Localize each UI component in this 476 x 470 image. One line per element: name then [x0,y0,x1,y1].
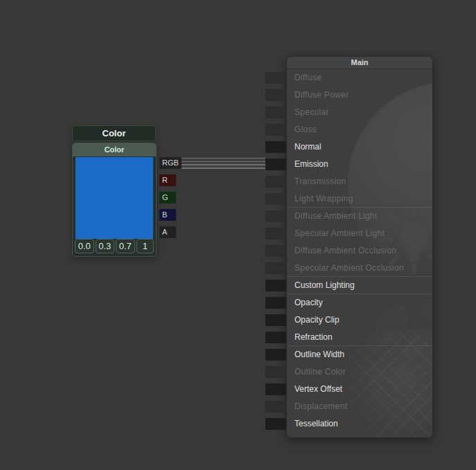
input-port-wrap-opacity [265,294,286,311]
main-input-specular-ambient-light[interactable]: Specular Ambient Light [287,225,432,242]
main-input-normal[interactable]: Normal [287,138,432,156]
main-input-specular[interactable]: Specular [287,104,432,121]
main-input-emission[interactable]: Emission [287,156,432,173]
input-port-diffuse-ambient-occlusion[interactable] [265,245,286,257]
input-port-wrap-vertex-offset [265,381,286,398]
main-input-custom-lighting[interactable]: Custom Lighting [287,277,432,294]
input-port-wrap-emission [265,156,286,173]
input-port-wrap-displacement [265,398,286,415]
input-port-diffuse-power[interactable] [265,89,286,101]
main-node[interactable]: Main DiffuseDiffuse PowerSpecularGlossNo… [286,56,433,438]
output-port-a[interactable]: A [159,226,176,238]
input-port-refraction[interactable] [265,332,286,343]
color-node-title[interactable]: Color [72,125,156,141]
color-value-field-2[interactable]: 0.7 [116,239,135,253]
color-node[interactable]: Color 0.00.30.71 [72,143,157,257]
input-port-diffuse-ambient-light[interactable] [265,210,286,222]
main-input-ports [265,69,286,433]
output-port-r[interactable]: R [159,174,176,186]
input-port-wrap-light-wrapping [265,190,286,208]
main-input-outline-width[interactable]: Outline Width [287,346,432,363]
output-port-b[interactable]: B [159,209,176,221]
input-port-light-wrapping[interactable] [265,193,286,205]
input-port-normal[interactable] [265,141,286,153]
color-outputs: RGBRGBA [159,157,182,238]
input-port-wrap-outline-color [265,363,286,381]
main-node-header[interactable]: Main [287,57,432,69]
connection-wire-rgb-to-emission[interactable] [179,158,265,169]
input-port-wrap-diffuse-power [265,87,286,104]
main-input-diffuse-ambient-occlusion[interactable]: Diffuse Ambient Occlusion [287,242,432,260]
main-input-opacity-clip[interactable]: Opacity Clip [287,311,432,329]
input-port-wrap-gloss [265,121,286,138]
input-port-wrap-outline-width [265,346,286,363]
main-input-refraction[interactable]: Refraction [287,329,432,346]
input-port-specular-ambient-occlusion[interactable] [265,262,286,274]
input-port-wrap-opacity-clip [265,311,286,329]
main-input-opacity[interactable]: Opacity [287,294,432,311]
input-port-displacement[interactable] [265,401,286,413]
input-port-specular[interactable] [265,107,286,118]
input-port-outline-width[interactable] [265,349,286,361]
input-port-wrap-refraction [265,329,286,346]
input-port-specular-ambient-light[interactable] [265,228,286,239]
input-port-diffuse[interactable] [265,72,286,84]
input-port-gloss[interactable] [265,124,286,136]
main-node-title-label: Main [351,58,368,66]
node-editor-canvas[interactable]: Color Color 0.00.30.71 RGBRGBA [0,0,476,470]
main-input-diffuse-ambient-light[interactable]: Diffuse Ambient Light [287,208,432,225]
main-input-gloss[interactable]: Gloss [287,121,432,138]
main-input-diffuse[interactable]: Diffuse [287,69,432,87]
input-port-wrap-diffuse-ambient-light [265,208,286,225]
main-input-outline-color[interactable]: Outline Color [287,363,432,381]
input-port-wrap-diffuse-ambient-occlusion [265,242,286,260]
color-value-field-3[interactable]: 1 [136,239,154,253]
input-port-tessellation[interactable] [265,418,286,430]
input-port-emission[interactable] [265,159,286,170]
input-port-wrap-custom-lighting [265,277,286,294]
color-value-field-0[interactable]: 0.0 [75,239,94,253]
main-input-light-wrapping[interactable]: Light Wrapping [287,190,432,208]
color-swatch[interactable] [76,157,153,239]
input-port-wrap-specular-ambient-occlusion [265,260,286,277]
color-node-header-label: Color [105,145,125,154]
input-port-wrap-normal [265,138,286,156]
input-port-wrap-specular [265,104,286,121]
input-port-wrap-transmission [265,173,286,190]
main-input-vertex-offset[interactable]: Vertex Offset [287,381,432,398]
output-port-g[interactable]: G [159,192,176,204]
input-port-outline-color[interactable] [265,366,286,378]
input-port-vertex-offset[interactable] [265,383,286,395]
main-input-tessellation[interactable]: Tessellation [287,415,432,433]
main-input-diffuse-power[interactable]: Diffuse Power [287,87,432,104]
color-value-field-1[interactable]: 0.3 [96,239,115,253]
input-port-opacity-clip[interactable] [265,314,286,326]
input-port-custom-lighting[interactable] [265,280,286,291]
input-port-wrap-tessellation [265,415,286,433]
main-input-displacement[interactable]: Displacement [287,398,432,415]
input-port-wrap-specular-ambient-light [265,225,286,242]
color-node-title-label: Color [103,128,126,138]
output-port-rgb[interactable]: RGB [159,157,182,169]
color-values-row: 0.00.30.71 [75,239,154,253]
input-port-opacity[interactable] [265,297,286,309]
input-port-wrap-diffuse [265,69,286,87]
main-input-specular-ambient-occlusion[interactable]: Specular Ambient Occlusion [287,260,432,277]
main-input-transmission[interactable]: Transmission [287,173,432,190]
input-port-transmission[interactable] [265,176,286,188]
main-input-rows: DiffuseDiffuse PowerSpecularGlossNormalE… [287,69,432,433]
color-node-header[interactable]: Color [73,143,156,156]
